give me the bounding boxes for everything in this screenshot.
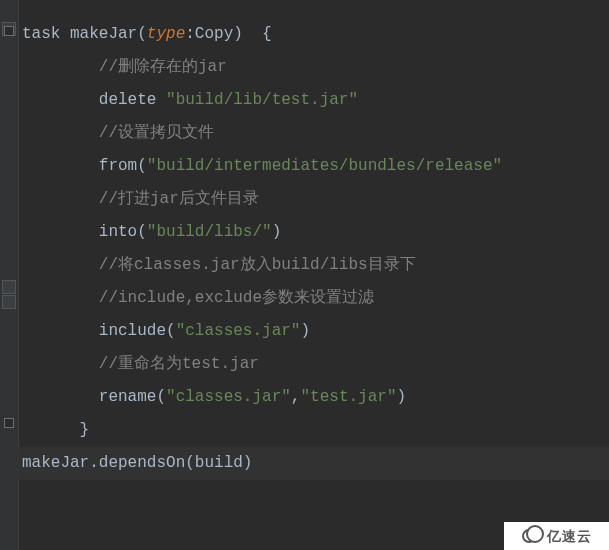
code-line: task makeJar(type:Copy) { <box>22 18 609 51</box>
code-text: into( <box>99 223 147 241</box>
code-text: :Copy) { <box>185 25 271 43</box>
code-line: //删除存在的jar <box>22 51 609 84</box>
code-string: "classes.jar" <box>166 388 291 406</box>
indent <box>22 157 99 175</box>
code-line: //include,exclude参数来设置过滤 <box>22 282 609 315</box>
code-text: ) <box>300 322 310 340</box>
indent <box>22 58 99 76</box>
watermark-text: 亿速云 <box>547 520 592 551</box>
code-text: ) <box>396 388 406 406</box>
code-text: makeJar.dependsOn(build) <box>22 454 252 472</box>
code-string: "test.jar" <box>300 388 396 406</box>
gutter-mark-icon <box>2 295 16 309</box>
indent <box>22 124 99 142</box>
code-line: from("build/intermediates/bundles/releas… <box>22 150 609 183</box>
gutter-mark-icon <box>2 280 16 294</box>
code-line: } <box>22 414 609 447</box>
watermark: 亿速云 <box>504 522 609 550</box>
code-line: makeJar.dependsOn(build) <box>22 447 609 480</box>
gutter <box>0 0 19 550</box>
indent <box>22 91 99 109</box>
code-line: //设置拷贝文件 <box>22 117 609 150</box>
indent <box>22 256 99 274</box>
code-comment: //设置拷贝文件 <box>99 124 214 142</box>
code-string: "build/intermediates/bundles/release" <box>147 157 502 175</box>
code-text: task makeJar( <box>22 25 147 43</box>
indent <box>22 289 99 307</box>
fold-open-icon[interactable] <box>4 26 14 36</box>
code-comment: //将classes.jar放入build/libs目录下 <box>99 256 416 274</box>
code-string: "build/libs/" <box>147 223 272 241</box>
code-keyword: type <box>147 25 185 43</box>
code-comment: //删除存在的jar <box>99 58 227 76</box>
code-comment: //重命名为test.jar <box>99 355 259 373</box>
code-text: include( <box>99 322 176 340</box>
cloud-icon <box>522 529 544 543</box>
code-line: include("classes.jar") <box>22 315 609 348</box>
code-text: } <box>80 421 90 439</box>
code-line: delete "build/lib/test.jar" <box>22 84 609 117</box>
code-text: ) <box>272 223 282 241</box>
code-comment: //include,exclude参数来设置过滤 <box>99 289 374 307</box>
code-line: into("build/libs/") <box>22 216 609 249</box>
indent <box>22 190 99 208</box>
code-string: "build/lib/test.jar" <box>166 91 358 109</box>
code-area[interactable]: task makeJar(type:Copy) { //删除存在的jar del… <box>18 0 609 480</box>
code-line: //重命名为test.jar <box>22 348 609 381</box>
code-comment: //打进jar后文件目录 <box>99 190 259 208</box>
indent <box>22 388 99 406</box>
indent <box>22 322 99 340</box>
indent <box>22 355 99 373</box>
code-editor[interactable]: task makeJar(type:Copy) { //删除存在的jar del… <box>0 0 609 550</box>
indent <box>22 421 80 439</box>
code-line: //打进jar后文件目录 <box>22 183 609 216</box>
code-text: rename( <box>99 388 166 406</box>
indent <box>22 223 99 241</box>
code-text: delete <box>99 91 166 109</box>
code-line: rename("classes.jar","test.jar") <box>22 381 609 414</box>
code-string: "classes.jar" <box>176 322 301 340</box>
fold-close-icon[interactable] <box>4 418 14 428</box>
code-text: from( <box>99 157 147 175</box>
code-line: //将classes.jar放入build/libs目录下 <box>22 249 609 282</box>
